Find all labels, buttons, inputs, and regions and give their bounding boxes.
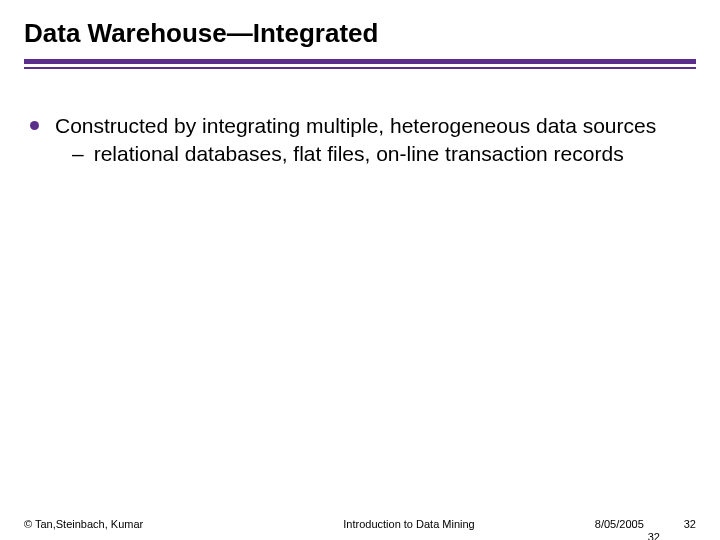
content-area: Constructed by integrating multiple, het… (24, 113, 696, 168)
bullet-icon (30, 121, 39, 130)
slide: Data Warehouse—Integrated Constructed by… (0, 0, 720, 540)
footer: © Tan,Steinbach, Kumar Introduction to D… (0, 518, 720, 530)
title-underline (24, 59, 696, 69)
bullet-text: Constructed by integrating multiple, het… (55, 113, 656, 139)
dash-icon: – (72, 141, 84, 167)
footer-page-below: 32 (648, 531, 660, 540)
footer-page: 32 (684, 518, 696, 530)
slide-title: Data Warehouse—Integrated (24, 18, 696, 49)
sub-bullet-item: – relational databases, flat files, on-l… (30, 141, 696, 167)
rule-thin (24, 67, 696, 69)
rule-thick (24, 59, 696, 64)
sub-bullet-text: relational databases, flat files, on-lin… (94, 141, 624, 167)
footer-date: 8/05/2005 (595, 518, 644, 530)
bullet-item: Constructed by integrating multiple, het… (30, 113, 696, 139)
footer-title: Introduction to Data Mining (143, 518, 595, 530)
footer-copyright: © Tan,Steinbach, Kumar (24, 518, 143, 530)
